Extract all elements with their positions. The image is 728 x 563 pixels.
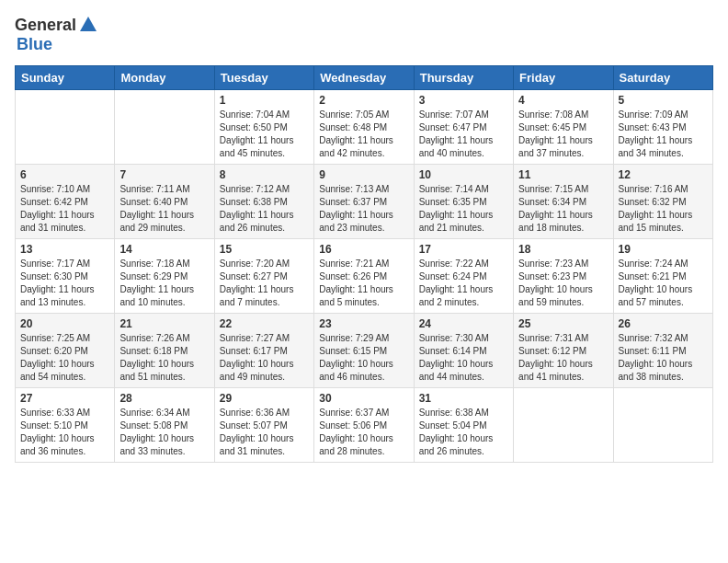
calendar-cell: 3Sunrise: 7:07 AM Sunset: 6:47 PM Daylig… [414,90,513,165]
day-info: Sunrise: 7:23 AM Sunset: 6:23 PM Dayligh… [518,258,608,309]
day-info: Sunrise: 7:10 AM Sunset: 6:42 PM Dayligh… [20,183,109,235]
day-number: 1 [220,94,309,107]
day-info: Sunrise: 7:31 AM Sunset: 6:12 PM Dayligh… [518,332,608,384]
day-info: Sunrise: 7:05 AM Sunset: 6:48 PM Dayligh… [319,109,408,160]
day-info: Sunrise: 7:04 AM Sunset: 6:50 PM Dayligh… [220,109,309,160]
calendar-cell [16,90,115,165]
day-number: 4 [518,94,608,107]
day-header-tuesday: Tuesday [214,66,313,90]
day-number: 30 [319,392,408,405]
day-number: 31 [419,392,508,405]
calendar-cell: 13Sunrise: 7:17 AM Sunset: 6:30 PM Dayli… [16,239,115,314]
calendar-cell: 12Sunrise: 7:16 AM Sunset: 6:32 PM Dayli… [613,165,712,239]
day-header-thursday: Thursday [414,66,513,90]
day-number: 10 [419,168,508,181]
day-number: 27 [20,392,109,405]
day-number: 3 [419,94,508,107]
svg-marker-0 [80,17,97,31]
day-info: Sunrise: 6:33 AM Sunset: 5:10 PM Dayligh… [20,407,109,458]
day-number: 11 [518,168,608,181]
day-info: Sunrise: 7:11 AM Sunset: 6:40 PM Dayligh… [119,183,209,235]
calendar-cell [514,388,613,463]
day-info: Sunrise: 7:27 AM Sunset: 6:17 PM Dayligh… [220,332,309,384]
day-number: 18 [518,243,608,256]
day-info: Sunrise: 7:15 AM Sunset: 6:34 PM Dayligh… [518,183,608,235]
day-info: Sunrise: 7:32 AM Sunset: 6:11 PM Dayligh… [619,332,708,384]
day-info: Sunrise: 7:12 AM Sunset: 6:38 PM Dayligh… [220,183,309,235]
day-number: 26 [619,317,708,330]
day-info: Sunrise: 6:38 AM Sunset: 5:04 PM Dayligh… [419,407,508,458]
day-info: Sunrise: 7:17 AM Sunset: 6:30 PM Dayligh… [20,258,109,309]
day-info: Sunrise: 7:21 AM Sunset: 6:26 PM Dayligh… [319,258,408,309]
calendar-cell: 8Sunrise: 7:12 AM Sunset: 6:38 PM Daylig… [214,165,313,239]
calendar-cell: 7Sunrise: 7:11 AM Sunset: 6:40 PM Daylig… [115,165,214,239]
day-number: 5 [619,94,708,107]
day-number: 24 [419,317,508,330]
page-header: General Blue [15,15,713,54]
calendar-cell: 15Sunrise: 7:20 AM Sunset: 6:27 PM Dayli… [214,239,313,314]
calendar-cell: 6Sunrise: 7:10 AM Sunset: 6:42 PM Daylig… [16,165,115,239]
calendar-cell: 23Sunrise: 7:29 AM Sunset: 6:15 PM Dayli… [314,314,414,388]
day-number: 16 [319,243,408,256]
day-info: Sunrise: 7:26 AM Sunset: 6:18 PM Dayligh… [119,332,209,384]
logo: General Blue [15,15,98,54]
day-info: Sunrise: 7:09 AM Sunset: 6:43 PM Dayligh… [619,109,708,160]
day-header-wednesday: Wednesday [314,66,414,90]
calendar-table: SundayMondayTuesdayWednesdayThursdayFrid… [15,65,713,463]
day-info: Sunrise: 7:07 AM Sunset: 6:47 PM Dayligh… [419,109,508,160]
calendar-cell: 10Sunrise: 7:14 AM Sunset: 6:35 PM Dayli… [414,165,513,239]
logo-blue: Blue [17,35,52,54]
calendar-week-row: 27Sunrise: 6:33 AM Sunset: 5:10 PM Dayli… [16,388,713,463]
calendar-week-row: 1Sunrise: 7:04 AM Sunset: 6:50 PM Daylig… [16,90,713,165]
day-info: Sunrise: 7:18 AM Sunset: 6:29 PM Dayligh… [119,258,209,309]
day-number: 21 [119,317,209,330]
day-info: Sunrise: 7:20 AM Sunset: 6:27 PM Dayligh… [220,258,309,309]
day-number: 23 [319,317,408,330]
calendar-week-row: 13Sunrise: 7:17 AM Sunset: 6:30 PM Dayli… [16,239,713,314]
calendar-cell: 25Sunrise: 7:31 AM Sunset: 6:12 PM Dayli… [514,314,613,388]
day-number: 2 [319,94,408,107]
day-number: 20 [20,317,109,330]
day-info: Sunrise: 7:13 AM Sunset: 6:37 PM Dayligh… [319,183,408,235]
day-info: Sunrise: 7:22 AM Sunset: 6:24 PM Dayligh… [419,258,508,309]
calendar-cell: 17Sunrise: 7:22 AM Sunset: 6:24 PM Dayli… [414,239,513,314]
day-number: 22 [220,317,309,330]
day-header-monday: Monday [115,66,214,90]
day-header-saturday: Saturday [613,66,712,90]
day-number: 19 [619,243,708,256]
calendar-week-row: 20Sunrise: 7:25 AM Sunset: 6:20 PM Dayli… [16,314,713,388]
calendar-cell: 27Sunrise: 6:33 AM Sunset: 5:10 PM Dayli… [16,388,115,463]
calendar-cell: 14Sunrise: 7:18 AM Sunset: 6:29 PM Dayli… [115,239,214,314]
calendar-header-row: SundayMondayTuesdayWednesdayThursdayFrid… [16,66,713,90]
day-info: Sunrise: 6:34 AM Sunset: 5:08 PM Dayligh… [119,407,209,458]
day-number: 28 [119,392,209,405]
day-number: 17 [419,243,508,256]
calendar-cell: 1Sunrise: 7:04 AM Sunset: 6:50 PM Daylig… [214,90,313,165]
day-info: Sunrise: 7:25 AM Sunset: 6:20 PM Dayligh… [20,332,109,384]
calendar-cell: 16Sunrise: 7:21 AM Sunset: 6:26 PM Dayli… [314,239,414,314]
calendar-cell: 11Sunrise: 7:15 AM Sunset: 6:34 PM Dayli… [514,165,613,239]
calendar-cell: 5Sunrise: 7:09 AM Sunset: 6:43 PM Daylig… [613,90,712,165]
day-number: 13 [20,243,109,256]
logo-icon [78,15,98,35]
day-number: 14 [119,243,209,256]
calendar-cell: 2Sunrise: 7:05 AM Sunset: 6:48 PM Daylig… [314,90,414,165]
day-info: Sunrise: 7:24 AM Sunset: 6:21 PM Dayligh… [619,258,708,309]
day-number: 8 [220,168,309,181]
day-info: Sunrise: 7:30 AM Sunset: 6:14 PM Dayligh… [419,332,508,384]
day-number: 15 [220,243,309,256]
day-header-sunday: Sunday [16,66,115,90]
day-info: Sunrise: 7:29 AM Sunset: 6:15 PM Dayligh… [319,332,408,384]
calendar-cell: 24Sunrise: 7:30 AM Sunset: 6:14 PM Dayli… [414,314,513,388]
calendar-cell: 29Sunrise: 6:36 AM Sunset: 5:07 PM Dayli… [214,388,313,463]
calendar-cell: 26Sunrise: 7:32 AM Sunset: 6:11 PM Dayli… [613,314,712,388]
calendar-cell: 21Sunrise: 7:26 AM Sunset: 6:18 PM Dayli… [115,314,214,388]
calendar-cell: 30Sunrise: 6:37 AM Sunset: 5:06 PM Dayli… [314,388,414,463]
day-info: Sunrise: 6:36 AM Sunset: 5:07 PM Dayligh… [220,407,309,458]
day-number: 6 [20,168,109,181]
day-number: 12 [619,168,708,181]
logo-general: General [15,16,76,35]
calendar-cell: 31Sunrise: 6:38 AM Sunset: 5:04 PM Dayli… [414,388,513,463]
day-number: 9 [319,168,408,181]
day-info: Sunrise: 6:37 AM Sunset: 5:06 PM Dayligh… [319,407,408,458]
